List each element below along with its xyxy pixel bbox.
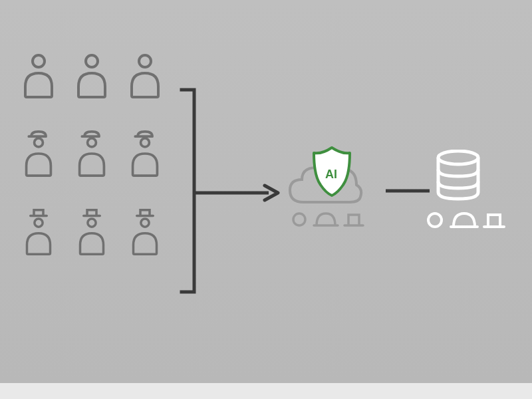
user-cap-icon bbox=[19, 130, 59, 177]
footer-shapes-faded bbox=[291, 209, 364, 229]
users-row-plain bbox=[19, 52, 165, 98]
svg-point-12 bbox=[438, 151, 478, 164]
user-plain-icon bbox=[19, 52, 59, 98]
shield-label: AI bbox=[325, 168, 337, 182]
user-tophat-icon bbox=[72, 209, 112, 255]
svg-point-0 bbox=[33, 55, 45, 67]
svg-point-3 bbox=[35, 138, 43, 147]
database-icon bbox=[432, 150, 484, 205]
user-cap-icon bbox=[72, 130, 112, 177]
connector-line bbox=[384, 188, 431, 194]
svg-point-2 bbox=[139, 55, 151, 67]
svg-point-1 bbox=[86, 55, 98, 67]
users-grid bbox=[19, 52, 165, 255]
svg-point-5 bbox=[141, 138, 150, 147]
svg-point-8 bbox=[141, 219, 149, 227]
users-row-tophat bbox=[19, 209, 165, 255]
svg-point-10 bbox=[293, 213, 305, 225]
user-plain-icon bbox=[125, 52, 165, 98]
user-tophat-icon bbox=[19, 209, 59, 255]
svg-point-6 bbox=[35, 219, 43, 227]
svg-point-4 bbox=[88, 138, 96, 147]
svg-point-7 bbox=[88, 219, 96, 227]
user-tophat-icon bbox=[125, 209, 165, 255]
user-plain-icon bbox=[72, 52, 112, 98]
diagram-canvas: AI bbox=[0, 0, 532, 399]
svg-point-13 bbox=[428, 213, 442, 227]
user-cap-icon bbox=[125, 130, 165, 177]
users-row-cap bbox=[19, 130, 165, 177]
arrow-right-icon bbox=[190, 183, 283, 203]
footer-shapes-white bbox=[426, 209, 505, 231]
